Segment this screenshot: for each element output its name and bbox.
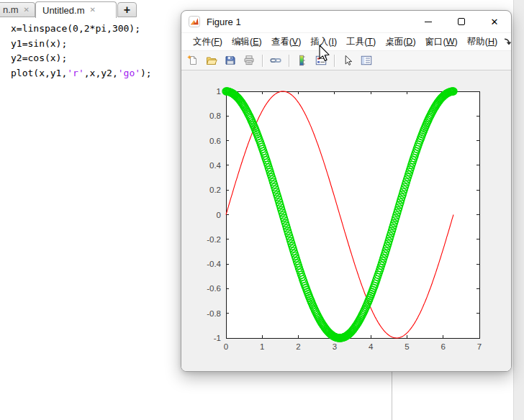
close-button[interactable]: ✕ (478, 11, 511, 32)
close-tab-icon[interactable]: ✕ (24, 6, 30, 14)
code-segment-code: ,x,y2, (84, 68, 118, 78)
svg-text:7: 7 (477, 342, 482, 351)
code-segment-code: y1=sin(x); (11, 38, 67, 49)
svg-text:3: 3 (333, 342, 337, 351)
svg-text:-0.2: -0.2 (207, 235, 221, 244)
figure-menu-bar: 文件(F)编辑(E)查看(V)插入(I)工具(T)桌面(D)窗口(W)帮助(H) (181, 32, 511, 51)
matlab-figure-icon (189, 16, 200, 27)
code-segment-code: y2=cos(x); (11, 52, 67, 63)
svg-text:2: 2 (296, 342, 300, 351)
new-figure-icon[interactable] (186, 53, 200, 68)
svg-text:0.2: 0.2 (209, 186, 221, 194)
menu-item-h[interactable]: 帮助(H) (464, 34, 501, 50)
svg-text:-0.8: -0.8 (207, 309, 221, 318)
figure-window: Figure 1 ✕ 文件(F)编辑(E)查看(V)插入(I)工具(T)桌面(D… (181, 10, 512, 372)
svg-text:0.8: 0.8 (209, 111, 221, 120)
svg-text:0.4: 0.4 (209, 161, 222, 170)
svg-text:0: 0 (217, 211, 221, 219)
tab-label: n.m (3, 4, 19, 15)
new-tab-button[interactable]: + (117, 2, 137, 17)
figure-toolbar (181, 51, 511, 70)
close-tab-icon[interactable]: ✕ (90, 6, 96, 14)
svg-text:-0.4: -0.4 (207, 260, 221, 268)
panel-divider (392, 372, 392, 420)
save-figure-icon[interactable] (223, 53, 238, 68)
menu-item-d[interactable]: 桌面(D) (381, 34, 419, 50)
svg-text:6: 6 (441, 342, 446, 351)
axes-plot: 01234567-1-0.8-0.6-0.4-0.200.20.40.60.81 (181, 70, 512, 372)
insert-colorbar-icon[interactable] (295, 53, 310, 68)
svg-text:1: 1 (260, 342, 264, 351)
code-segment-string: 'go' (118, 68, 140, 78)
menu-item-v[interactable]: 查看(V) (268, 34, 305, 50)
plot-tools-icon[interactable] (359, 53, 374, 68)
toolbar-separator (334, 55, 335, 67)
toolbar-separator (262, 55, 263, 67)
open-file-icon[interactable] (204, 53, 219, 68)
close-icon: ✕ (491, 17, 499, 27)
minimize-button[interactable] (412, 11, 445, 32)
edit-plot-icon[interactable] (340, 53, 355, 68)
code-segment-code: x=linspace(0,2*pi,300); (11, 23, 140, 34)
svg-text:5: 5 (405, 342, 409, 351)
tab-label: Untitled.m (42, 5, 85, 16)
code-segment-code: ); (140, 68, 152, 78)
minimize-icon (425, 22, 432, 22)
code-segment-string: 'r' (67, 68, 83, 78)
toolbar-separator (289, 55, 289, 67)
svg-text:0: 0 (224, 342, 228, 351)
menu-item-t[interactable]: 工具(T) (343, 34, 379, 50)
svg-text:1: 1 (217, 87, 221, 96)
svg-text:-0.6: -0.6 (207, 284, 221, 293)
link-plot-icon[interactable] (268, 53, 283, 68)
figure-canvas: 01234567-1-0.8-0.6-0.4-0.200.20.40.60.81 (181, 70, 512, 372)
svg-text:4: 4 (369, 342, 374, 351)
menu-overflow-wrap (503, 37, 512, 47)
mouse-cursor (319, 45, 330, 62)
window-controls: ✕ (412, 11, 511, 32)
editor-tab-n-m[interactable]: n.m✕ (0, 2, 35, 17)
svg-text:0.6: 0.6 (209, 137, 221, 145)
maximize-icon (458, 18, 465, 25)
collapse-arrow-icon[interactable] (503, 37, 512, 47)
window-title: Figure 1 (207, 17, 241, 27)
figure-titlebar[interactable]: Figure 1 ✕ (181, 11, 511, 32)
code-segment-code: plot(x,y1, (11, 68, 67, 78)
desktop-right-strip (513, 0, 524, 420)
editor-tab-Untitled-m[interactable]: Untitled.m✕ (35, 1, 117, 18)
menu-item-f[interactable]: 文件(F) (189, 34, 226, 50)
maximize-button[interactable] (445, 11, 478, 32)
print-figure-icon[interactable] (242, 53, 256, 68)
menu-item-e[interactable]: 编辑(E) (228, 34, 266, 50)
menu-item-w[interactable]: 窗口(W) (422, 34, 461, 50)
svg-text:-1: -1 (214, 334, 221, 342)
